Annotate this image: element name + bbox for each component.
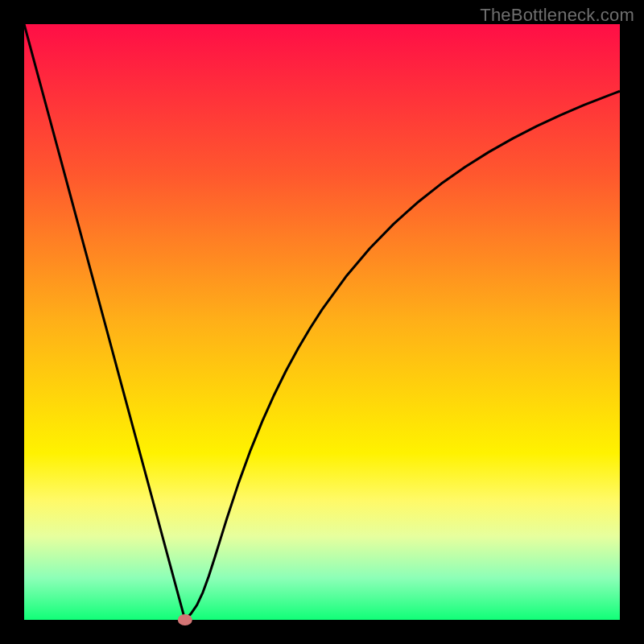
frame-right [620, 0, 644, 644]
optimal-point-marker [178, 614, 192, 625]
chart-container: TheBottleneck.com [0, 0, 644, 644]
bottleneck-chart [0, 0, 644, 644]
frame-left [0, 0, 24, 644]
plot-background [24, 24, 620, 620]
watermark: TheBottleneck.com [480, 5, 634, 26]
frame-bottom [0, 620, 644, 644]
